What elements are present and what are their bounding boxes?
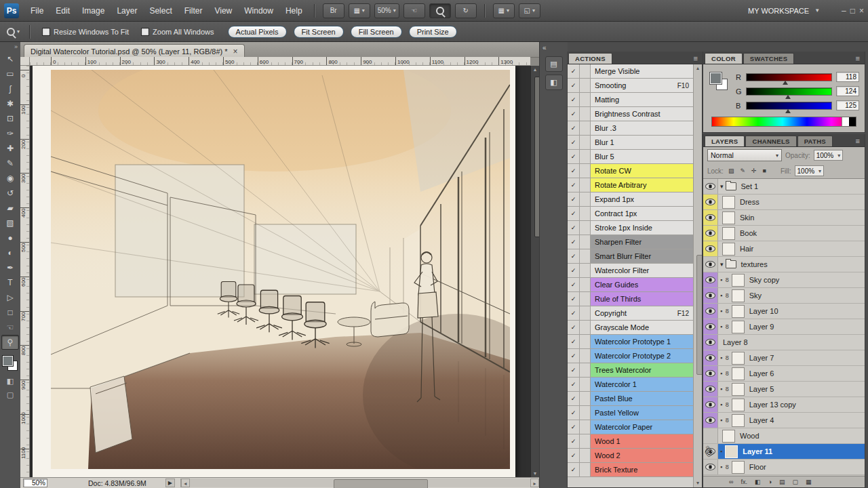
layers-panel-tab[interactable]: LAYERS (705, 136, 745, 146)
action-item[interactable]: ✓ Watercolor Paper (568, 420, 693, 434)
group-expander[interactable]: ▾ (720, 182, 736, 190)
action-checkbox-icon[interactable]: ✓ (568, 392, 580, 406)
action-checkbox-icon[interactable]: ✓ (568, 349, 580, 363)
action-item[interactable]: ✓ Matting (568, 93, 693, 107)
action-dialog-toggle[interactable] (580, 278, 591, 292)
channel-value-input[interactable]: 124 (836, 86, 859, 96)
scroll-up-icon[interactable]: ▴ (694, 64, 702, 73)
action-item[interactable]: ✓ Grayscale Mode (568, 321, 693, 335)
opacity-input[interactable]: 100%▾ (814, 150, 844, 161)
minimize-button[interactable]: – (842, 6, 846, 16)
canvas-artwork[interactable] (51, 70, 510, 469)
action-item[interactable]: ✓ Sharpen Filter (568, 235, 693, 249)
option-checkbox[interactable]: Zoom All Windows (141, 28, 214, 36)
scrollbar-thumb[interactable] (696, 255, 703, 375)
action-dialog-toggle[interactable] (580, 249, 591, 264)
panel-menu-icon[interactable]: ≡ (690, 54, 701, 64)
action-checkbox-icon[interactable]: ✓ (568, 378, 580, 392)
view-extras-button[interactable]: ▦▾ (349, 3, 370, 18)
eyedropper-tool[interactable]: ✑ (1, 126, 19, 141)
layer-row[interactable]: ▾ Set 1 (703, 179, 865, 195)
visibility-toggle[interactable] (703, 179, 718, 194)
layer-thumbnail[interactable] (732, 274, 745, 287)
color-panel-tab[interactable]: SWATCHES (743, 53, 795, 64)
foreground-color-swatch[interactable] (3, 356, 13, 366)
lock-transparency-icon[interactable]: ▨ (727, 167, 736, 175)
dock-panel-history-icon[interactable]: ▤ (545, 56, 563, 72)
arrange-documents-button[interactable]: ▦▾ (493, 3, 515, 18)
options-button[interactable]: Print Size (409, 26, 457, 38)
menu-item[interactable]: Select (143, 1, 178, 21)
channel-slider[interactable] (746, 102, 832, 110)
layer-row[interactable]: ▾ ▪ Layer 11 (703, 444, 865, 460)
action-dialog-toggle[interactable] (580, 192, 591, 207)
action-item[interactable]: ✓ Expand 1px (568, 192, 693, 207)
collapse-panel-icon[interactable]: » (12, 42, 20, 52)
action-checkbox-icon[interactable]: ✓ (568, 79, 580, 93)
layer-row[interactable]: ▾ ▪ 8 Layer 6 (703, 366, 865, 382)
layer-thumbnail[interactable] (722, 196, 735, 209)
action-dialog-toggle[interactable] (580, 221, 591, 235)
tab-actions[interactable]: ACTIONS (568, 53, 612, 64)
blend-mode-select[interactable]: Normal ▾ (707, 149, 782, 161)
layer-thumbnail[interactable] (722, 227, 735, 240)
action-dialog-toggle[interactable] (580, 463, 591, 477)
action-item[interactable]: ✓ Merge Visible (568, 64, 693, 79)
action-item[interactable]: ✓ Watercolor Prototype 1 (568, 335, 693, 349)
visibility-toggle[interactable] (703, 413, 718, 428)
layer-thumbnail[interactable] (722, 211, 735, 224)
action-checkbox-icon[interactable]: ✓ (568, 363, 580, 378)
dock-panel-info-icon[interactable]: ◧ (545, 75, 563, 90)
layer-thumbnail[interactable] (732, 399, 745, 411)
action-item[interactable]: ✓ Blur 1 (568, 136, 693, 150)
action-checkbox-icon[interactable]: ✓ (568, 107, 580, 121)
action-checkbox-icon[interactable]: ✓ (568, 235, 580, 249)
expand-dock-icon[interactable]: « (540, 42, 568, 54)
menu-item[interactable]: Image (76, 1, 111, 21)
menu-item[interactable]: File (24, 1, 50, 21)
zoom-level-select[interactable]: 50%▾ (374, 3, 399, 18)
channel-value-input[interactable]: 118 (836, 72, 859, 82)
horizontal-ruler[interactable]: 0100200300400500600700800900100011001200… (30, 57, 530, 66)
adjustment-layer-icon[interactable]: ◑ (768, 479, 771, 485)
clone-stamp-tool[interactable]: ◉ (1, 171, 19, 186)
action-dialog-toggle[interactable] (580, 64, 591, 79)
hand-tool-button[interactable]: ☜ (403, 3, 425, 18)
action-dialog-toggle[interactable] (580, 378, 591, 392)
layers-panel-tab[interactable]: PATHS (797, 136, 833, 146)
action-dialog-toggle[interactable] (580, 306, 591, 321)
action-item[interactable]: ✓ Wood 2 (568, 449, 693, 463)
layer-row[interactable]: ▾ ▪ 8 Layer 5 (703, 382, 865, 397)
scroll-left-icon[interactable]: ◂ (181, 479, 190, 487)
action-dialog-toggle[interactable] (580, 349, 591, 363)
lock-all-icon[interactable]: ■ (762, 167, 768, 175)
visibility-toggle[interactable] (703, 257, 718, 272)
group-expander[interactable]: ▾ (720, 260, 736, 268)
layer-mask-icon[interactable]: ◧ (755, 479, 761, 485)
action-dialog-toggle[interactable] (580, 150, 591, 164)
white-chip[interactable] (842, 117, 849, 126)
action-checkbox-icon[interactable]: ✓ (568, 278, 580, 292)
zoom-percent-input[interactable]: 50% (23, 479, 47, 487)
document-tab[interactable]: Digital Watercolor Tutorial.psd @ 50% (L… (24, 44, 245, 58)
layer-thumbnail[interactable] (732, 321, 745, 333)
layer-row[interactable]: ▾ textures (703, 257, 865, 272)
action-checkbox-icon[interactable]: ✓ (568, 178, 580, 192)
zoom-tool-button[interactable] (429, 3, 451, 18)
action-checkbox-icon[interactable]: ✓ (568, 64, 580, 79)
action-item[interactable]: ✓ Smart Blurr Filter (568, 249, 693, 264)
visibility-toggle[interactable] (703, 304, 718, 319)
scroll-up-icon[interactable]: ▴ (531, 66, 539, 74)
visibility-toggle[interactable] (703, 460, 718, 474)
action-checkbox-icon[interactable]: ✓ (568, 207, 580, 221)
action-dialog-toggle[interactable] (580, 136, 591, 150)
layer-row[interactable]: ▾ ▪ 8 Sky copy (703, 272, 865, 288)
action-dialog-toggle[interactable] (580, 79, 591, 93)
action-checkbox-icon[interactable]: ✓ (568, 420, 580, 434)
workspace-switcher[interactable]: MY WORKSPACE▼ (748, 7, 820, 15)
close-button[interactable]: × (859, 6, 864, 16)
action-dialog-toggle[interactable] (580, 264, 591, 278)
options-button[interactable]: Fill Screen (351, 26, 402, 38)
menu-item[interactable]: Filter (178, 1, 209, 21)
action-checkbox-icon[interactable]: ✓ (568, 306, 580, 321)
